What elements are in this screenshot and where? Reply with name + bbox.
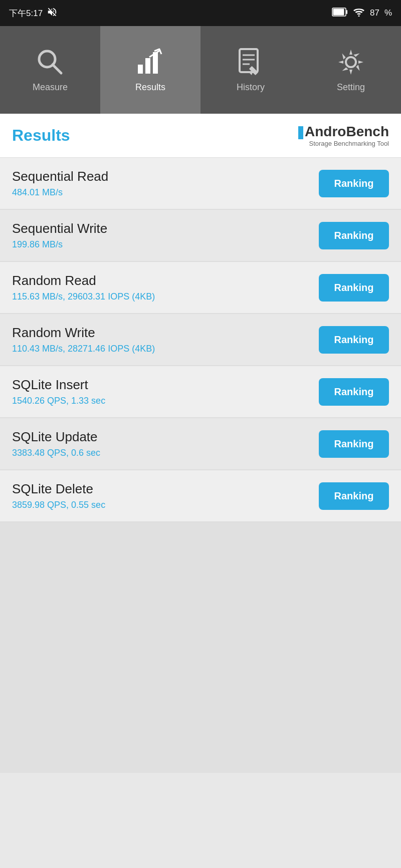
results-header: Results AndroBench Storage Benchmarking … [0, 114, 401, 158]
result-row: SQLite Update 3383.48 QPS, 0.6 sec Ranki… [0, 418, 401, 470]
svg-point-3 [358, 15, 359, 17]
result-name: SQLite Delete [12, 481, 105, 497]
results-icon [135, 47, 165, 77]
result-row: Random Read 115.63 MB/s, 29603.31 IOPS (… [0, 262, 401, 314]
result-row: Sequential Write 199.86 MB/s Ranking [0, 210, 401, 262]
svg-rect-8 [153, 52, 158, 74]
result-name: Sequential Write [12, 221, 107, 236]
result-name: Random Write [12, 325, 155, 341]
result-info: SQLite Insert 1540.26 QPS, 1.33 sec [12, 377, 105, 406]
brand-name: AndroBench [298, 124, 389, 140]
ranking-button[interactable]: Ranking [319, 326, 389, 354]
tab-history-label: History [237, 82, 265, 93]
mute-icon [47, 7, 58, 20]
brand-logo: AndroBench Storage Benchmarking Tool [298, 124, 389, 147]
result-name: SQLite Update [12, 429, 100, 445]
result-info: Sequential Write 199.86 MB/s [12, 221, 107, 250]
result-value: 110.43 MB/s, 28271.46 IOPS (4KB) [12, 344, 155, 354]
nav-tabs: Measure Results History [0, 26, 401, 114]
battery-percent: 87 [370, 8, 379, 18]
tab-results[interactable]: Results [100, 26, 200, 114]
result-value: 199.86 MB/s [12, 239, 107, 250]
battery-icon [332, 8, 348, 19]
ranking-button[interactable]: Ranking [319, 482, 389, 510]
ranking-button[interactable]: Ranking [319, 170, 389, 197]
result-row: Random Write 110.43 MB/s, 28271.46 IOPS … [0, 314, 401, 366]
status-right: 87 % [332, 8, 392, 19]
tab-setting-label: Setting [337, 82, 365, 93]
setting-icon [336, 47, 366, 77]
result-info: Random Write 110.43 MB/s, 28271.46 IOPS … [12, 325, 155, 354]
status-left: 下午5:17 [9, 7, 58, 20]
result-info: SQLite Update 3383.48 QPS, 0.6 sec [12, 429, 100, 458]
status-time: 下午5:17 [9, 8, 43, 19]
tab-measure[interactable]: Measure [0, 26, 100, 114]
brand-subtitle: Storage Benchmarking Tool [309, 140, 389, 147]
brand-name-text: AndroBench [305, 124, 389, 139]
svg-rect-7 [145, 58, 150, 74]
ranking-button[interactable]: Ranking [319, 274, 389, 302]
wifi-icon [353, 8, 365, 19]
tab-history[interactable]: History [200, 26, 301, 114]
result-info: Sequential Read 484.01 MB/s [12, 169, 108, 198]
result-value: 115.63 MB/s, 29603.31 IOPS (4KB) [12, 292, 155, 302]
tab-setting[interactable]: Setting [301, 26, 401, 114]
history-icon [236, 47, 266, 77]
empty-content-area [0, 522, 401, 773]
tab-measure-label: Measure [33, 82, 68, 93]
result-row: SQLite Insert 1540.26 QPS, 1.33 sec Rank… [0, 366, 401, 418]
tab-results-label: Results [135, 82, 165, 93]
percent-sign: % [384, 8, 392, 18]
result-info: Random Read 115.63 MB/s, 29603.31 IOPS (… [12, 273, 155, 302]
brand-accent-bar [298, 126, 303, 139]
ranking-button[interactable]: Ranking [319, 378, 389, 406]
result-row: Sequential Read 484.01 MB/s Ranking [0, 158, 401, 210]
ranking-button[interactable]: Ranking [319, 430, 389, 458]
svg-rect-10 [240, 49, 258, 72]
results-list: Sequential Read 484.01 MB/s Ranking Sequ… [0, 158, 401, 522]
result-row: SQLite Delete 3859.98 QPS, 0.55 sec Rank… [0, 470, 401, 522]
result-value: 3383.48 QPS, 0.6 sec [12, 448, 100, 458]
measure-icon [35, 47, 65, 77]
result-name: SQLite Insert [12, 377, 105, 393]
result-name: Sequential Read [12, 169, 108, 184]
status-bar: 下午5:17 87 % [0, 0, 401, 26]
result-value: 3859.98 QPS, 0.55 sec [12, 500, 105, 510]
svg-point-16 [346, 57, 356, 67]
result-value: 1540.26 QPS, 1.33 sec [12, 396, 105, 406]
svg-rect-1 [346, 10, 347, 14]
svg-rect-6 [138, 65, 143, 74]
result-value: 484.01 MB/s [12, 187, 108, 198]
svg-line-5 [53, 65, 61, 73]
svg-rect-2 [333, 9, 344, 15]
result-info: SQLite Delete 3859.98 QPS, 0.55 sec [12, 481, 105, 510]
ranking-button[interactable]: Ranking [319, 222, 389, 249]
result-name: Random Read [12, 273, 155, 288]
results-page-title: Results [12, 126, 70, 145]
